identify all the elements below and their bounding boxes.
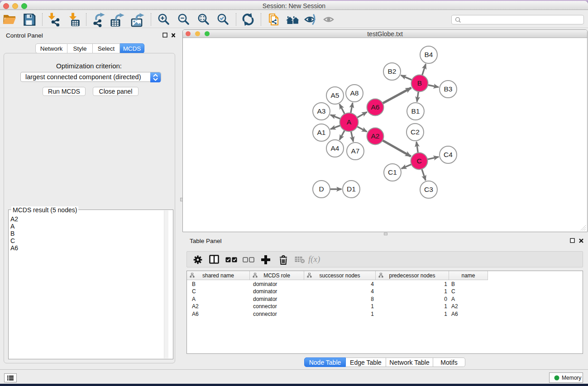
svg-text:B2: B2 [388,67,397,75]
svg-text:A8: A8 [350,89,359,97]
svg-text:B3: B3 [444,85,453,93]
svg-text:D: D [319,185,324,193]
svg-text:C1: C1 [388,168,397,176]
svg-text:C4: C4 [444,151,453,158]
svg-text:A6: A6 [371,103,380,111]
svg-text:A: A [347,118,352,126]
svg-text:C: C [416,157,421,165]
svg-text:A2: A2 [371,132,380,140]
svg-text:B4: B4 [425,51,433,58]
svg-text:f(x): f(x) [308,255,320,264]
svg-text:A7: A7 [351,147,360,155]
svg-text:B1: B1 [411,107,420,115]
svg-text:A1: A1 [317,129,326,136]
svg-text:A3: A3 [317,107,326,115]
svg-text:A4: A4 [331,144,339,152]
svg-text:D1: D1 [347,185,356,193]
svg-text:A5: A5 [331,91,339,99]
svg-text:B: B [417,79,422,87]
svg-text:C2: C2 [411,128,420,136]
svg-text:C3: C3 [424,186,433,193]
